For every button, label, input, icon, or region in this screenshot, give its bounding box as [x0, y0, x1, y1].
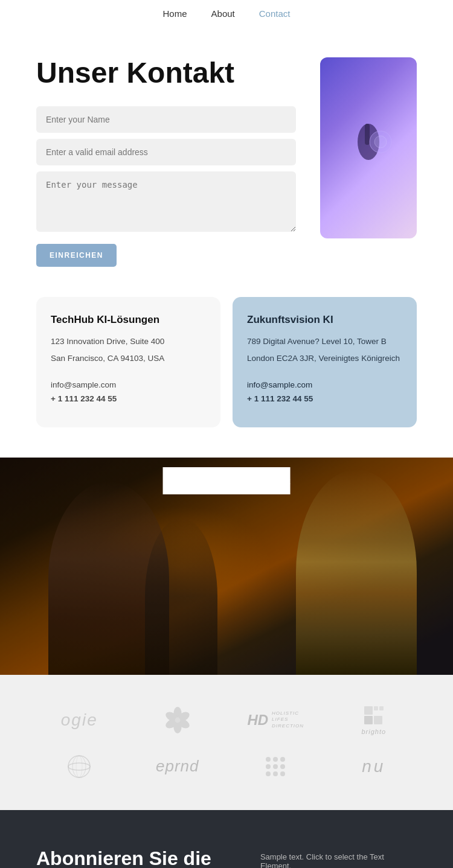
- card-2-phone: + 1 111 232 44 55: [247, 393, 402, 405]
- svg-point-22: [280, 757, 285, 762]
- logos-section: ogie HD HOLISTICLIFESDIRECTION: [0, 675, 453, 810]
- footer-heading: Abonnieren Sie die neuesten Updates und …: [36, 846, 224, 868]
- svg-point-17: [68, 763, 90, 770]
- footer-left: Abonnieren Sie die neuesten Updates und …: [36, 846, 224, 868]
- banner-nav-home[interactable]: Home: [163, 476, 187, 486]
- logo-sphere: [66, 753, 92, 780]
- svg-point-10: [175, 717, 180, 723]
- nav-home[interactable]: Home: [163, 8, 187, 19]
- page-title: Unser Kontakt: [36, 57, 296, 89]
- card-2-address1: 789 Digital Avenue? Level 10, Tower B: [247, 336, 402, 348]
- svg-point-21: [273, 757, 278, 762]
- logo-ogie-text: ogie: [61, 710, 98, 730]
- svg-point-25: [280, 764, 285, 769]
- banner-nav-about[interactable]: About: [211, 476, 235, 486]
- card-1-title: TechHub KI-Lösungen: [51, 314, 206, 326]
- svg-point-20: [266, 757, 271, 762]
- logo-flower: [164, 707, 191, 733]
- submit-button[interactable]: EINREICHEN: [36, 244, 117, 267]
- svg-point-24: [273, 764, 278, 769]
- svg-point-23: [266, 764, 271, 769]
- main-nav: Home About Contact: [0, 0, 453, 27]
- nav-contact[interactable]: Contact: [259, 8, 291, 19]
- svg-point-19: [76, 756, 82, 777]
- name-input[interactable]: [36, 106, 296, 133]
- svg-point-16: [68, 756, 90, 777]
- logo-hd: HD HOLISTICLIFESDIRECTION: [247, 710, 304, 729]
- footer-section: Abonnieren Sie die neuesten Updates und …: [0, 810, 453, 868]
- contact-image: [320, 57, 417, 238]
- card-1-phone: + 1 111 232 44 55: [51, 393, 206, 405]
- banner-section: Home About Contact: [0, 458, 453, 675]
- svg-rect-12: [374, 716, 382, 724]
- nav-about[interactable]: About: [211, 8, 235, 19]
- card-2-address2: London EC2A 3JR, Vereinigtes Königreich: [247, 353, 402, 365]
- svg-rect-14: [374, 706, 378, 710]
- cards-section: TechHub KI-Lösungen 123 Innovation Drive…: [0, 297, 453, 458]
- svg-rect-1: [365, 124, 370, 145]
- banner-nav: Home About Contact: [163, 467, 291, 494]
- svg-point-18: [72, 756, 86, 777]
- svg-point-26: [266, 771, 271, 776]
- card-zukunft: Zukunftsvision KI 789 Digital Avenue? Le…: [233, 297, 417, 427]
- logo-brighto: brighto: [361, 705, 386, 735]
- svg-point-28: [280, 771, 285, 776]
- hero-image: [320, 57, 417, 238]
- logo-ogie: ogie: [61, 710, 98, 730]
- footer-sample-text: Sample text. Click to select the Text El…: [260, 852, 417, 868]
- contact-section: Unser Kontakt EINREICHEN: [0, 27, 453, 297]
- card-2-email[interactable]: info@sample.com: [247, 380, 402, 389]
- logos-grid: ogie HD HOLISTICLIFESDIRECTION: [36, 705, 417, 780]
- logo-dots: [262, 753, 289, 780]
- contact-form-side: Unser Kontakt EINREICHEN: [36, 57, 296, 267]
- card-1-address1: 123 Innovation Drive, Suite 400: [51, 336, 206, 348]
- banner-nav-contact[interactable]: Contact: [259, 476, 291, 486]
- card-2-title: Zukunftsvision KI: [247, 314, 402, 326]
- svg-rect-15: [379, 706, 384, 710]
- card-techhub: TechHub KI-Lösungen 123 Innovation Drive…: [36, 297, 220, 427]
- svg-point-3: [374, 136, 387, 148]
- card-1-email[interactable]: info@sample.com: [51, 380, 206, 389]
- svg-point-27: [273, 771, 278, 776]
- svg-rect-11: [364, 716, 373, 724]
- email-input[interactable]: [36, 139, 296, 165]
- svg-rect-13: [364, 706, 373, 715]
- message-input[interactable]: [36, 171, 296, 232]
- logo-eprnd: eprnd: [156, 757, 199, 776]
- logo-nu: nu: [362, 757, 385, 776]
- footer-right: Sample text. Click to select the Text El…: [260, 846, 417, 868]
- card-1-address2: San Francisco, CA 94103, USA: [51, 353, 206, 365]
